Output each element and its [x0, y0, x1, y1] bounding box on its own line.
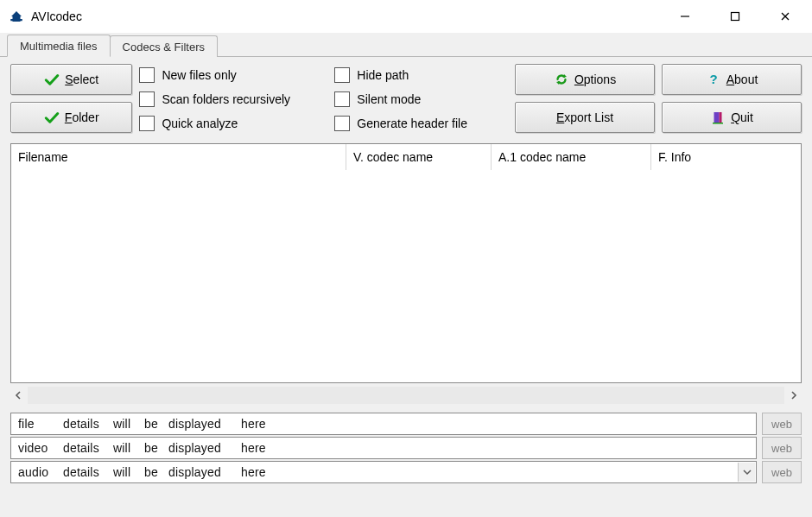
chevron-down-icon	[743, 468, 752, 476]
web-button-file[interactable]: web	[762, 413, 802, 435]
checkbox-label: New files only	[162, 68, 236, 82]
tab-multimedia-files[interactable]: Multimedia files	[7, 35, 111, 57]
tab-codecs-filters[interactable]: Codecs & Filters	[110, 35, 218, 57]
checkbox-box[interactable]	[334, 91, 350, 107]
checkbox-quick-analyze[interactable]: Quick analyze	[139, 116, 327, 131]
about-label: About	[726, 73, 758, 86]
checkbox-label: Scan folders recursively	[162, 92, 290, 106]
column-label: Filename	[18, 150, 68, 164]
word: be	[144, 441, 168, 455]
word: will	[113, 465, 144, 479]
svg-text:?: ?	[709, 72, 717, 86]
check-icon	[44, 73, 60, 86]
toolbar: Select Folder New files only Scan folder…	[0, 57, 812, 138]
minimize-button[interactable]	[660, 3, 710, 29]
word: displayed	[168, 417, 241, 431]
close-button[interactable]	[760, 3, 810, 29]
word: file	[18, 417, 63, 431]
checkbox-box[interactable]	[334, 116, 350, 131]
checkbox-label: Hide path	[357, 68, 409, 82]
list-header: Filename V. codec name A.1 codec name F.…	[11, 144, 801, 170]
web-label: web	[771, 418, 792, 431]
question-icon: ?	[706, 72, 721, 87]
web-label: web	[771, 442, 792, 455]
web-button-video[interactable]: web	[762, 437, 802, 459]
column-label: V. codec name	[353, 150, 433, 164]
column-audio-codec[interactable]: A.1 codec name	[492, 144, 651, 170]
quit-button[interactable]: Quit	[662, 102, 802, 133]
web-label: web	[771, 466, 792, 479]
checkbox-scan-recursive[interactable]: Scan folders recursively	[139, 91, 327, 107]
checkbox-box[interactable]	[139, 116, 155, 131]
folder-button[interactable]: Folder	[10, 102, 132, 133]
checkbox-box[interactable]	[334, 67, 350, 83]
maximize-button[interactable]	[710, 3, 760, 29]
file-details-field[interactable]: file details will be displayed here	[10, 413, 757, 435]
window-title: AVIcodec	[31, 9, 82, 23]
file-details-row: file details will be displayed here web	[10, 413, 802, 435]
left-button-group: Select Folder	[10, 64, 132, 133]
folder-label: Folder	[65, 110, 99, 124]
column-file-info[interactable]: F. Info	[651, 144, 801, 170]
right-button-group: Options ? About Export List Quit	[515, 64, 802, 133]
checkbox-column-1: New files only Scan folders recursively …	[139, 64, 327, 133]
options-button[interactable]: Options	[515, 64, 655, 95]
window-controls	[660, 3, 810, 29]
export-label: Export List	[556, 110, 613, 124]
checkbox-label: Generate header file	[357, 117, 467, 130]
list-body[interactable]	[11, 170, 801, 382]
refresh-icon	[554, 72, 569, 87]
column-filename[interactable]: Filename	[11, 144, 346, 170]
select-label: Select	[65, 73, 98, 86]
options-label: Options	[574, 73, 616, 86]
tab-label: Codecs & Filters	[123, 41, 205, 54]
checkbox-hide-path[interactable]: Hide path	[334, 67, 508, 83]
word: audio	[18, 465, 63, 479]
svg-rect-9	[714, 112, 720, 123]
checkbox-new-files-only[interactable]: New files only	[139, 67, 327, 83]
file-list[interactable]: Filename V. codec name A.1 codec name F.…	[10, 143, 802, 383]
about-button[interactable]: ? About	[662, 64, 802, 95]
app-icon	[9, 9, 24, 24]
word: here	[241, 441, 279, 455]
video-details-row: video details will be displayed here web	[10, 437, 802, 459]
select-button[interactable]: Select	[10, 64, 132, 95]
audio-details-field[interactable]: audio details will be displayed here	[10, 461, 757, 483]
tab-strip: Multimedia files Codecs & Filters	[0, 33, 812, 57]
column-video-codec[interactable]: V. codec name	[346, 144, 492, 170]
checkbox-generate-header[interactable]: Generate header file	[334, 116, 508, 131]
word: here	[241, 465, 279, 479]
client-area: Multimedia files Codecs & Filters Select…	[0, 33, 812, 517]
svg-rect-3	[732, 13, 739, 21]
svg-rect-10	[720, 112, 722, 123]
scroll-right-button[interactable]	[784, 387, 802, 404]
details-panel: file details will be displayed here web …	[10, 413, 802, 483]
word: displayed	[168, 441, 241, 455]
checkbox-box[interactable]	[139, 91, 155, 107]
export-list-button[interactable]: Export List	[515, 102, 655, 133]
checkbox-box[interactable]	[139, 67, 155, 83]
word: video	[18, 441, 63, 455]
web-button-audio[interactable]: web	[762, 461, 802, 483]
column-label: F. Info	[658, 150, 691, 164]
video-details-field[interactable]: video details will be displayed here	[10, 437, 757, 459]
word: be	[144, 417, 168, 431]
word: details	[63, 441, 113, 455]
quit-label: Quit	[731, 110, 753, 124]
checkbox-silent-mode[interactable]: Silent mode	[334, 91, 508, 107]
scroll-track[interactable]	[28, 387, 784, 404]
horizontal-scrollbar[interactable]	[10, 387, 802, 404]
audio-details-row: audio details will be displayed here web	[10, 461, 802, 483]
dropdown-button[interactable]	[738, 463, 755, 482]
checkbox-label: Quick analyze	[162, 117, 238, 130]
word: will	[113, 441, 144, 455]
word: details	[63, 417, 113, 431]
chevron-left-icon	[15, 391, 23, 400]
word: here	[241, 417, 279, 431]
word: will	[113, 417, 144, 431]
svg-rect-11	[713, 123, 723, 124]
scroll-left-button[interactable]	[10, 387, 28, 404]
word: displayed	[168, 465, 241, 479]
tab-label: Multimedia files	[20, 40, 98, 53]
title-bar: AVIcodec	[0, 0, 812, 33]
